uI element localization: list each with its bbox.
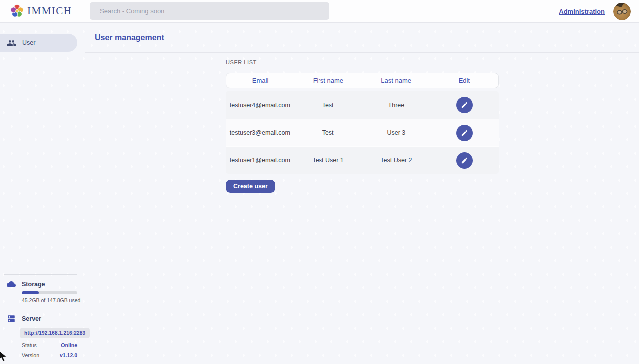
administration-link[interactable]: Administration bbox=[559, 8, 605, 15]
immich-logo: IMMICH bbox=[10, 4, 72, 18]
cell-last-name: Three bbox=[362, 102, 431, 109]
cloud-icon bbox=[7, 280, 16, 289]
page-title: User management bbox=[95, 33, 164, 42]
server-section: Server http://192.168.1.216:2283 Status … bbox=[0, 314, 85, 358]
immich-flower-icon bbox=[10, 4, 24, 18]
edit-user-button[interactable] bbox=[456, 152, 473, 169]
sidebar: User Storage 45.2GB of 147.8GB used bbox=[0, 23, 85, 364]
cell-last-name: User 3 bbox=[362, 129, 431, 136]
server-version-row: Version v1.12.0 bbox=[22, 352, 77, 358]
version-value: v1.12.0 bbox=[60, 352, 77, 358]
column-first-name: First name bbox=[294, 77, 362, 84]
pencil-icon bbox=[461, 129, 468, 137]
column-last-name: Last name bbox=[362, 77, 430, 84]
topbar-right: Administration bbox=[559, 0, 631, 23]
cell-email: testuser4@email.com bbox=[226, 102, 294, 109]
server-icon bbox=[7, 314, 16, 323]
cell-first-name: Test User 1 bbox=[294, 157, 362, 164]
sidebar-item-user[interactable]: User bbox=[0, 34, 77, 52]
server-title: Server bbox=[22, 315, 41, 322]
server-status-row: Status Online bbox=[22, 342, 77, 348]
user-table: testuser4@email.com Test Three testuser3… bbox=[226, 91, 499, 174]
pencil-icon bbox=[461, 101, 468, 109]
column-email: Email bbox=[226, 77, 294, 84]
create-user-button[interactable]: Create user bbox=[226, 180, 275, 193]
cell-first-name: Test bbox=[294, 102, 362, 109]
logo-wordmark: IMMICH bbox=[27, 5, 72, 17]
main-header: User management bbox=[85, 23, 639, 53]
cell-first-name: Test bbox=[294, 129, 362, 136]
storage-progress-bar bbox=[22, 291, 77, 294]
storage-progress-fill bbox=[22, 291, 39, 294]
user-table-header: Email First name Last name Edit bbox=[226, 73, 499, 88]
table-row: testuser1@email.com Test User 1 Test Use… bbox=[226, 146, 499, 174]
server-header: Server bbox=[7, 314, 85, 323]
user-list-label: USER LIST bbox=[226, 59, 499, 65]
storage-title: Storage bbox=[22, 281, 45, 288]
edit-user-button[interactable] bbox=[456, 97, 473, 113]
status-label: Status bbox=[22, 342, 37, 348]
column-edit: Edit bbox=[430, 77, 498, 84]
group-icon bbox=[7, 38, 16, 48]
cell-email: testuser3@email.com bbox=[226, 129, 294, 136]
user-avatar[interactable] bbox=[613, 3, 631, 20]
status-value: Online bbox=[61, 342, 77, 348]
top-bar: IMMICH Administration bbox=[0, 0, 639, 23]
storage-header: Storage bbox=[7, 280, 85, 289]
immich-admin-page: { "header": { "logo_text": "IMMICH", "se… bbox=[0, 0, 639, 364]
cell-last-name: Test User 2 bbox=[362, 157, 431, 164]
table-row: testuser3@email.com Test User 3 bbox=[226, 119, 499, 146]
table-row: testuser4@email.com Test Three bbox=[226, 91, 499, 119]
cell-email: testuser1@email.com bbox=[226, 157, 294, 164]
divider bbox=[4, 274, 77, 275]
main-content: USER LIST Email First name Last name Edi… bbox=[85, 53, 639, 364]
server-url-badge: http://192.168.1.216:2283 bbox=[20, 328, 90, 338]
edit-user-button[interactable] bbox=[456, 125, 473, 141]
divider bbox=[4, 309, 77, 309]
pencil-icon bbox=[461, 157, 468, 164]
search-input[interactable] bbox=[90, 2, 329, 20]
sidebar-status-panel: Storage 45.2GB of 147.8GB used Server ht… bbox=[0, 274, 85, 364]
sidebar-item-user-label: User bbox=[22, 39, 35, 46]
version-label: Version bbox=[22, 352, 39, 358]
storage-usage-text: 45.2GB of 147.8GB used bbox=[22, 297, 85, 303]
